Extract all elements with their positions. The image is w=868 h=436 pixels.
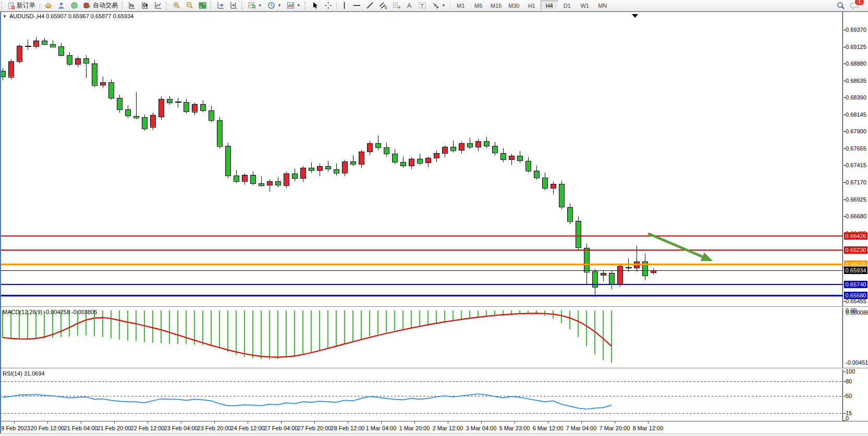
rsi-level-label: 100 bbox=[846, 368, 855, 375]
timeframe-mn-button[interactable]: MN bbox=[594, 1, 612, 11]
timeframe-m15-button[interactable]: M15 bbox=[487, 1, 505, 11]
text-label-icon: T bbox=[418, 2, 426, 9]
macd-chart-canvas[interactable] bbox=[0, 308, 843, 368]
rsi-plot[interactable]: RSI(14) 31.0694 bbox=[0, 369, 843, 421]
macd-axis-min: -0.004519 bbox=[846, 359, 868, 366]
autotrading-icon bbox=[83, 2, 91, 9]
timeframe-h1-button[interactable]: H1 bbox=[523, 1, 541, 11]
templates-button[interactable]: ▼ bbox=[284, 0, 303, 11]
indicators-button[interactable]: ▼ bbox=[246, 0, 265, 11]
timeframe-m5-button[interactable]: M5 bbox=[470, 1, 487, 11]
new-order-label: 新订单 bbox=[17, 1, 35, 10]
line-chart-button[interactable] bbox=[152, 0, 165, 11]
time-tick bbox=[448, 421, 448, 423]
candlestick-chart-button[interactable] bbox=[139, 0, 152, 11]
rsi-chart-canvas[interactable] bbox=[0, 369, 843, 421]
price-line-badge: 0.66426 bbox=[844, 232, 867, 240]
time-tick bbox=[615, 421, 615, 423]
text-label-tool-button[interactable]: T bbox=[415, 0, 429, 11]
macd-axis[interactable]: 0.00 0.000086 -0.004519 bbox=[843, 308, 868, 368]
toolbar-grip bbox=[304, 2, 308, 10]
rsi-label: RSI(14) 31.0694 bbox=[3, 370, 45, 377]
bar-chart-button[interactable] bbox=[126, 0, 139, 11]
main-chart-pane: ▼ AUDUSD-,H4 0.65907 0.65967 0.65877 0.6… bbox=[0, 12, 868, 306]
equidistant-channel-tool-button[interactable]: E bbox=[376, 0, 390, 11]
price-tick-label: 0.66925 bbox=[846, 196, 866, 203]
crosshair-tool-button[interactable] bbox=[322, 0, 335, 11]
svg-text:F: F bbox=[398, 6, 400, 9]
candlestick-chart-canvas[interactable] bbox=[0, 12, 843, 306]
tile-windows-button[interactable] bbox=[196, 0, 209, 11]
timeframe-w1-button[interactable]: W1 bbox=[576, 1, 594, 11]
text-icon: A bbox=[406, 2, 413, 9]
timeframe-m1-button[interactable]: M1 bbox=[452, 1, 470, 11]
trendline-tool-button[interactable] bbox=[363, 0, 376, 11]
periods-button[interactable]: ▼ bbox=[265, 0, 284, 11]
svg-text:T: T bbox=[421, 3, 424, 8]
price-tick-label: 0.67415 bbox=[846, 162, 866, 168]
svg-text:E: E bbox=[385, 6, 387, 9]
signals-button[interactable] bbox=[55, 0, 68, 11]
macd-plot[interactable]: MACD(12,26,9) -0.004258 -0.003805 bbox=[0, 308, 843, 368]
toolbar-grip bbox=[241, 2, 244, 10]
chart-shift-button[interactable] bbox=[227, 0, 240, 11]
candlestick-chart-icon bbox=[141, 2, 149, 9]
bar-chart-icon bbox=[128, 2, 136, 9]
autotrading-button[interactable]: 自动交易 bbox=[81, 0, 120, 11]
clock-icon bbox=[267, 2, 275, 9]
zoom-in-button[interactable] bbox=[170, 0, 183, 11]
fibonacci-icon: F bbox=[393, 2, 401, 9]
crosshair-icon bbox=[324, 2, 332, 9]
trendline-icon bbox=[366, 2, 374, 9]
timeframe-h4-button[interactable]: H4 bbox=[541, 1, 558, 11]
separator bbox=[40, 2, 40, 10]
time-tick bbox=[648, 421, 649, 423]
chevron-down-icon: ▼ bbox=[258, 3, 262, 8]
auto-scroll-button[interactable] bbox=[214, 0, 227, 11]
mt4-window: 新订单 自动交易 bbox=[0, 0, 868, 436]
new-order-button[interactable]: 新订单 bbox=[5, 0, 38, 11]
market-button[interactable] bbox=[42, 0, 55, 11]
toolbar-grip bbox=[166, 2, 169, 10]
tile-windows-icon bbox=[199, 2, 206, 9]
chart-title: ▼ AUDUSD-,H4 0.65907 0.65967 0.65877 0.6… bbox=[3, 13, 133, 19]
chevron-down-icon: ▼ bbox=[442, 3, 446, 8]
text-tool-button[interactable]: A bbox=[404, 0, 415, 11]
arrows-tool-button[interactable]: ▼ bbox=[429, 0, 448, 11]
time-tick bbox=[181, 421, 181, 423]
vertical-line-tool-button[interactable] bbox=[338, 0, 350, 11]
time-tick bbox=[414, 421, 415, 423]
notifications-button[interactable]: 1 bbox=[848, 0, 862, 11]
timeframe-d1-button[interactable]: D1 bbox=[558, 1, 576, 11]
chart-region: ▼ AUDUSD-,H4 0.65907 0.65967 0.65877 0.6… bbox=[0, 11, 868, 436]
signals-icon bbox=[57, 2, 65, 9]
fibonacci-tool-button[interactable]: F bbox=[390, 0, 404, 11]
time-tick bbox=[148, 421, 148, 423]
chart-menu-triangle-icon[interactable]: ▼ bbox=[3, 14, 7, 19]
zoom-out-button[interactable] bbox=[183, 0, 196, 11]
price-axis[interactable]: 0.693700.691250.688800.686350.683900.681… bbox=[843, 12, 868, 306]
time-tick bbox=[81, 421, 81, 423]
search-button[interactable] bbox=[834, 0, 848, 11]
horizontal-line-tool-button[interactable] bbox=[350, 0, 363, 11]
rsi-level-label: 80 bbox=[846, 378, 852, 384]
news-button[interactable] bbox=[68, 0, 81, 11]
main-plot[interactable]: ▼ AUDUSD-,H4 0.65907 0.65967 0.65877 0.6… bbox=[0, 12, 843, 306]
chevron-down-icon: ▼ bbox=[277, 3, 282, 8]
add-indicator-icon bbox=[248, 2, 256, 9]
cursor-tool-button[interactable] bbox=[309, 0, 322, 11]
time-tick bbox=[381, 421, 382, 423]
price-tick-label: 0.69370 bbox=[846, 27, 866, 33]
timeframe-m30-button[interactable]: M30 bbox=[505, 1, 523, 11]
rsi-axis[interactable]: 1008050150 bbox=[843, 369, 868, 421]
time-tick bbox=[348, 421, 348, 423]
toolbar-grip bbox=[121, 2, 125, 10]
price-line-badge: 0.65740 bbox=[844, 281, 867, 288]
chart-title-text: AUDUSD-,H4 0.65907 0.65967 0.65877 0.659… bbox=[9, 13, 134, 19]
time-axis[interactable]: 19 Feb 202320 Feb 12:0021 Feb 04:0021 Fe… bbox=[0, 421, 868, 433]
auto-scroll-icon bbox=[217, 2, 225, 9]
price-tick-label: 0.68390 bbox=[846, 94, 866, 101]
macd-pane: MACD(12,26,9) -0.004258 -0.003805 0.00 0… bbox=[0, 308, 868, 368]
price-tick-label: 0.67900 bbox=[846, 128, 866, 134]
market-icon bbox=[44, 2, 52, 9]
